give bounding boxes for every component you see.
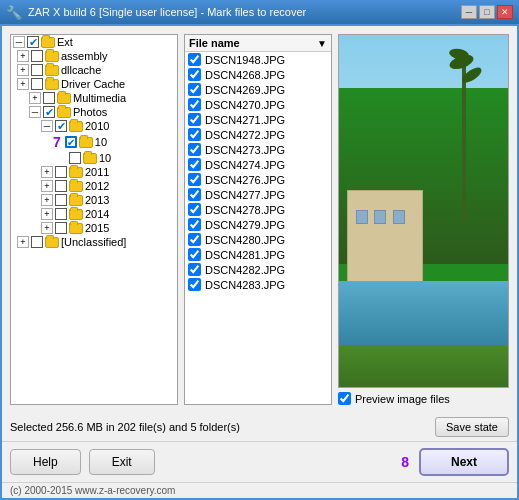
- expand-unclassified[interactable]: +: [17, 236, 29, 248]
- checkbox-driver-cache[interactable]: [31, 78, 43, 90]
- file-checkbox-4279[interactable]: [188, 218, 201, 231]
- minimize-button[interactable]: ─: [461, 5, 477, 19]
- file-checkbox-4272[interactable]: [188, 128, 201, 141]
- checkbox-2010[interactable]: ✔: [55, 120, 67, 132]
- list-item[interactable]: DSCN4268.JPG: [185, 67, 331, 82]
- list-item[interactable]: DSCN4283.JPG: [185, 277, 331, 292]
- tree-item-photos[interactable]: ─ ✔ Photos: [27, 105, 177, 119]
- checkbox-2015[interactable]: [55, 222, 67, 234]
- list-item[interactable]: DSCN4278.JPG: [185, 202, 331, 217]
- tree-item-2011[interactable]: + 2011: [39, 165, 177, 179]
- checkbox-ext[interactable]: ✔: [27, 36, 39, 48]
- window1: [356, 210, 368, 224]
- file-checkbox-4269[interactable]: [188, 83, 201, 96]
- expand-multimedia[interactable]: +: [29, 92, 41, 104]
- expand-2010[interactable]: ─: [41, 120, 53, 132]
- close-button[interactable]: ✕: [497, 5, 513, 19]
- tree-item-driver-cache[interactable]: + Driver Cache: [15, 77, 177, 91]
- list-item[interactable]: DSCN4274.JPG: [185, 157, 331, 172]
- checkbox-2010-sub2[interactable]: [69, 152, 81, 164]
- expand-assembly[interactable]: +: [17, 50, 29, 62]
- expand-ext[interactable]: ─: [13, 36, 25, 48]
- expand-2013[interactable]: +: [41, 194, 53, 206]
- tree-item-unclassified[interactable]: + [Unclassified]: [15, 235, 177, 249]
- next-button[interactable]: Next: [419, 448, 509, 476]
- list-item[interactable]: DSCN4269.JPG: [185, 82, 331, 97]
- list-item[interactable]: DSCN4270.JPG: [185, 97, 331, 112]
- checkbox-dllcache[interactable]: [31, 64, 43, 76]
- tree-item-2012[interactable]: + 2012: [39, 179, 177, 193]
- file-checkbox-1948[interactable]: [188, 53, 201, 66]
- tree-item-dllcache[interactable]: + dllcache: [15, 63, 177, 77]
- checkbox-2012[interactable]: [55, 180, 67, 192]
- tree-label-2015: 2015: [85, 222, 109, 234]
- expand-2012[interactable]: +: [41, 180, 53, 192]
- list-item[interactable]: DSCN4279.JPG: [185, 217, 331, 232]
- list-item[interactable]: DSCN4271.JPG: [185, 112, 331, 127]
- file-name-4280: DSCN4280.JPG: [205, 234, 285, 246]
- expand-2011[interactable]: +: [41, 166, 53, 178]
- help-button[interactable]: Help: [10, 449, 81, 475]
- file-checkbox-4271[interactable]: [188, 113, 201, 126]
- file-checkbox-4268[interactable]: [188, 68, 201, 81]
- list-item[interactable]: DSCN4277.JPG: [185, 187, 331, 202]
- expand-driver-cache[interactable]: +: [17, 78, 29, 90]
- list-item[interactable]: DSCN4280.JPG: [185, 232, 331, 247]
- checkbox-2010-sub1[interactable]: ✔: [65, 136, 77, 148]
- file-checkbox-4273[interactable]: [188, 143, 201, 156]
- file-checkbox-4278[interactable]: [188, 203, 201, 216]
- file-name-4281: DSCN4281.JPG: [205, 249, 285, 261]
- file-checkbox-4283[interactable]: [188, 278, 201, 291]
- list-item[interactable]: DSCN4276.JPG: [185, 172, 331, 187]
- tree-panel[interactable]: ─ ✔ Ext + assembly + dllcache +: [10, 34, 178, 405]
- tree-item-ext[interactable]: ─ ✔ Ext: [11, 35, 177, 49]
- folder-icon-2010-sub1: [79, 137, 93, 148]
- title-controls[interactable]: ─ □ ✕: [461, 5, 513, 19]
- file-name-4277: DSCN4277.JPG: [205, 189, 285, 201]
- file-list[interactable]: DSCN1948.JPG DSCN4268.JPG DSCN4269.JPG D…: [185, 52, 331, 404]
- expand-photos[interactable]: ─: [29, 106, 41, 118]
- palm-trunk: [462, 63, 466, 221]
- tree-item-2015[interactable]: + 2015: [39, 221, 177, 235]
- file-checkbox-4277[interactable]: [188, 188, 201, 201]
- file-checkbox-4281[interactable]: [188, 248, 201, 261]
- file-checkbox-4274[interactable]: [188, 158, 201, 171]
- maximize-button[interactable]: □: [479, 5, 495, 19]
- file-checkbox-4276[interactable]: [188, 173, 201, 186]
- checkbox-multimedia[interactable]: [43, 92, 55, 104]
- tree-label-2014: 2014: [85, 208, 109, 220]
- title-bar: 🔧 ZAR X build 6 [Single user license] - …: [0, 0, 519, 24]
- checkbox-2013[interactable]: [55, 194, 67, 206]
- list-item[interactable]: DSCN1948.JPG: [185, 52, 331, 67]
- tree-item-2010-sub1[interactable]: 7 ✔ 10: [51, 133, 177, 151]
- file-checkbox-4282[interactable]: [188, 263, 201, 276]
- expand-dllcache[interactable]: +: [17, 64, 29, 76]
- file-checkbox-4270[interactable]: [188, 98, 201, 111]
- tree-item-2014[interactable]: + 2014: [39, 207, 177, 221]
- expand-2015[interactable]: +: [41, 222, 53, 234]
- expand-2014[interactable]: +: [41, 208, 53, 220]
- tree-item-2013[interactable]: + 2013: [39, 193, 177, 207]
- window3: [393, 210, 405, 224]
- checkbox-unclassified[interactable]: [31, 236, 43, 248]
- tree-item-multimedia[interactable]: + Multimedia: [27, 91, 177, 105]
- list-item[interactable]: DSCN4282.JPG: [185, 262, 331, 277]
- tree-label-2010: 2010: [85, 120, 109, 132]
- checkbox-2011[interactable]: [55, 166, 67, 178]
- preview-label: Preview image files: [355, 393, 450, 405]
- checkbox-photos[interactable]: ✔: [43, 106, 55, 118]
- tree-item-2010-sub2[interactable]: 10: [51, 151, 177, 165]
- sort-icon[interactable]: ▼: [317, 38, 327, 49]
- list-item[interactable]: DSCN4273.JPG: [185, 142, 331, 157]
- file-checkbox-4280[interactable]: [188, 233, 201, 246]
- list-item[interactable]: DSCN4272.JPG: [185, 127, 331, 142]
- checkbox-2014[interactable]: [55, 208, 67, 220]
- checkbox-assembly[interactable]: [31, 50, 43, 62]
- file-name-4279: DSCN4279.JPG: [205, 219, 285, 231]
- tree-item-assembly[interactable]: + assembly: [15, 49, 177, 63]
- tree-item-2010[interactable]: ─ ✔ 2010: [39, 119, 177, 133]
- preview-checkbox[interactable]: [338, 392, 351, 405]
- list-item[interactable]: DSCN4281.JPG: [185, 247, 331, 262]
- save-state-button[interactable]: Save state: [435, 417, 509, 437]
- exit-button[interactable]: Exit: [89, 449, 155, 475]
